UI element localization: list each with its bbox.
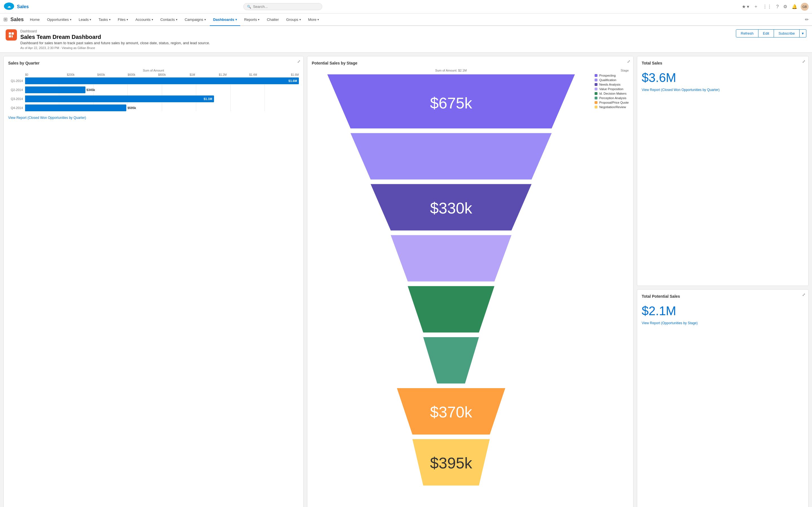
help-button[interactable]: ? xyxy=(775,3,780,10)
notification-button[interactable]: 🔔 xyxy=(791,3,799,10)
legend-dot-needs-analysis xyxy=(595,83,598,86)
bar-value-q3: $1.1M xyxy=(204,97,212,101)
bar-row-q3: Q3-2014 $1.1M xyxy=(8,96,299,102)
refresh-button[interactable]: Refresh xyxy=(736,29,758,38)
nav-reports[interactable]: Reports ▾ xyxy=(241,13,263,26)
total-sales-value: $3.6M xyxy=(642,71,804,84)
legend-label-perception-analysis: Perception Analysis xyxy=(599,96,626,100)
legend-qualification: Qualification xyxy=(595,78,629,82)
legend-dot-qualification xyxy=(595,78,598,81)
svg-marker-8 xyxy=(350,133,552,180)
x-axis-ticks: $0 $200k $400k $600k $800k $1M $1.2M $1.… xyxy=(25,73,299,76)
bar-value-q2: $345k xyxy=(87,88,95,92)
nav-tasks-label: Tasks xyxy=(98,17,108,22)
nav-files[interactable]: Files ▾ xyxy=(114,13,132,26)
actions-dropdown-button[interactable]: ▾ xyxy=(800,29,806,38)
nav-more[interactable]: More ▾ xyxy=(305,13,322,26)
bar-container-q4: $595k xyxy=(25,105,299,111)
quarter-report-link[interactable]: View Report (Closed Won Opportunities by… xyxy=(8,116,299,120)
nav-contacts[interactable]: Contacts ▾ xyxy=(157,13,181,26)
search-input[interactable] xyxy=(253,4,319,9)
bar-value-q1: $1.6M xyxy=(289,79,297,82)
svg-rect-3 xyxy=(11,33,14,35)
reports-chevron: ▾ xyxy=(258,18,259,21)
bar-label-q4: Q4-2014 xyxy=(8,106,23,110)
svg-text:$330k: $330k xyxy=(430,200,472,217)
total-sales-link[interactable]: View Report (Closed Won Opportunities by… xyxy=(642,88,804,92)
bar-value-q4: $595k xyxy=(128,106,136,110)
dashboard-info: Dashboard Sales Team Dream Dashboard Das… xyxy=(20,29,210,50)
nav-groups[interactable]: Groups ▾ xyxy=(283,13,304,26)
bar-container-q2: $345k xyxy=(25,87,299,93)
x-tick-1: $200k xyxy=(56,73,86,76)
funnel-svg: $675k $330k $370k xyxy=(312,74,591,507)
nav-home[interactable]: Home xyxy=(27,13,43,26)
nav-accounts[interactable]: Accounts ▾ xyxy=(132,13,156,26)
nav-more-label: More xyxy=(308,17,317,22)
groups-chevron: ▾ xyxy=(299,18,301,21)
edit-button[interactable]: Edit xyxy=(758,29,774,38)
total-potential-value: $2.1M xyxy=(642,304,804,318)
nav-opportunities-label: Opportunities xyxy=(47,17,69,22)
bar-chart-quarter: Q1-2014 $1.6M Q2-2014 $345k xyxy=(8,77,299,111)
top-navigation: ☁ Sales 🔍 ★ ▾ ＋ ⋮⋮ ? ⚙ 🔔 GB xyxy=(0,0,812,13)
dashboard-body: ⤢ Sales by Quarter Sum of Amount $0 $200… xyxy=(0,53,812,507)
files-chevron: ▾ xyxy=(126,18,128,21)
x-tick-3: $600k xyxy=(116,73,147,76)
funnel-chart: Sum of Amount: $2.1M $675k $330k xyxy=(312,69,591,507)
svg-text:$370k: $370k xyxy=(430,403,472,421)
nav-dashboards[interactable]: Dashboards ▾ xyxy=(210,13,240,26)
bar-fill-q2: $345k xyxy=(25,87,86,93)
waffle-button[interactable]: ⋮⋮ xyxy=(762,3,773,10)
search-bar[interactable]: 🔍 xyxy=(243,3,322,10)
tasks-chevron: ▾ xyxy=(109,18,110,21)
dashboard-header-left: Dashboard Sales Team Dream Dashboard Das… xyxy=(6,29,210,50)
subscribe-button[interactable]: Subscribe xyxy=(774,29,800,38)
nav-reports-label: Reports xyxy=(244,17,257,22)
svg-rect-4 xyxy=(9,35,11,38)
accounts-chevron: ▾ xyxy=(152,18,153,21)
nav-leads[interactable]: Leads ▾ xyxy=(75,13,94,26)
stage-legend: Stage Prospecting Qualification Needs An… xyxy=(595,69,629,507)
legend-proposal: Proposal/Price Quote xyxy=(595,101,629,104)
legend-perception-analysis: Perception Analysis xyxy=(595,96,629,100)
total-potential-link[interactable]: View Report (Opportunities by Stage) xyxy=(642,321,804,325)
legend-dot-prospecting xyxy=(595,74,598,77)
quarter-axis-label: Sum of Amount xyxy=(8,69,299,72)
nav-opportunities[interactable]: Opportunities ▾ xyxy=(44,13,75,26)
search-icon: 🔍 xyxy=(247,5,251,9)
nav-campaigns[interactable]: Campaigns ▾ xyxy=(181,13,209,26)
widget-potential-sales-by-stage: ⤢ Potential Sales by Stage Sum of Amount… xyxy=(307,56,633,507)
nav-tasks[interactable]: Tasks ▾ xyxy=(95,13,114,26)
x-tick-4: $800k xyxy=(147,73,177,76)
nav-chatter[interactable]: Chatter xyxy=(263,13,282,26)
avatar[interactable]: GB xyxy=(801,3,809,11)
svg-marker-12 xyxy=(408,286,494,333)
legend-needs-analysis: Needs Analysis xyxy=(595,83,629,86)
bar-label-q1: Q1-2014 xyxy=(8,79,23,82)
nav-files-label: Files xyxy=(118,17,125,22)
legend-value-proposition: Value Proposition xyxy=(595,87,629,91)
widget-quarter-title: Sales by Quarter xyxy=(8,61,299,65)
expand-total-sales-button[interactable]: ⤢ xyxy=(802,59,806,64)
nav-dashboards-label: Dashboards xyxy=(213,17,234,22)
stage-chart-area: Sum of Amount: $2.1M $675k $330k xyxy=(312,69,629,507)
legend-dot-negotiation xyxy=(595,106,598,108)
expand-stage-button[interactable]: ⤢ xyxy=(627,59,630,64)
nav-edit-button[interactable]: ✏ xyxy=(805,17,809,22)
legend-label-needs-analysis: Needs Analysis xyxy=(599,83,620,86)
settings-button[interactable]: ⚙ xyxy=(782,3,788,10)
favorites-button[interactable]: ★ ▾ xyxy=(741,3,750,10)
add-button[interactable]: ＋ xyxy=(753,3,759,11)
app-grid-button[interactable]: ⊞ xyxy=(3,16,8,22)
legend-label-id-decision-makers: Id. Decision Makers xyxy=(599,92,626,95)
expand-total-potential-button[interactable]: ⤢ xyxy=(802,292,806,297)
nav-leads-label: Leads xyxy=(79,17,89,22)
app-nav-title: Sales xyxy=(10,17,24,22)
nav-home-label: Home xyxy=(30,17,40,22)
expand-quarter-button[interactable]: ⤢ xyxy=(297,59,301,64)
top-nav-icons: ★ ▾ ＋ ⋮⋮ ? ⚙ 🔔 GB xyxy=(741,3,809,11)
opportunities-chevron: ▾ xyxy=(70,18,71,21)
bar-container-q1: $1.6M xyxy=(25,77,299,84)
x-tick-7: $1.4M xyxy=(238,73,268,76)
